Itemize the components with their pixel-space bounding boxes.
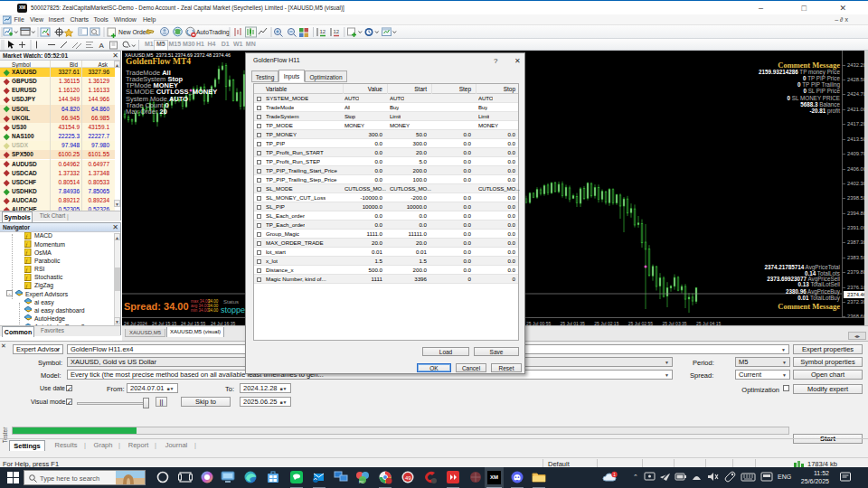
svg-text:A: A <box>99 42 105 50</box>
svg-text:49: 49 <box>405 475 411 481</box>
svg-text:AutoTrading: AutoTrading <box>196 29 230 36</box>
svg-text:12: 12 <box>320 29 326 34</box>
svg-text:PC: PC <box>359 480 364 484</box>
svg-text:12: 12 <box>334 29 340 34</box>
svg-text:New Order: New Order <box>118 29 149 35</box>
